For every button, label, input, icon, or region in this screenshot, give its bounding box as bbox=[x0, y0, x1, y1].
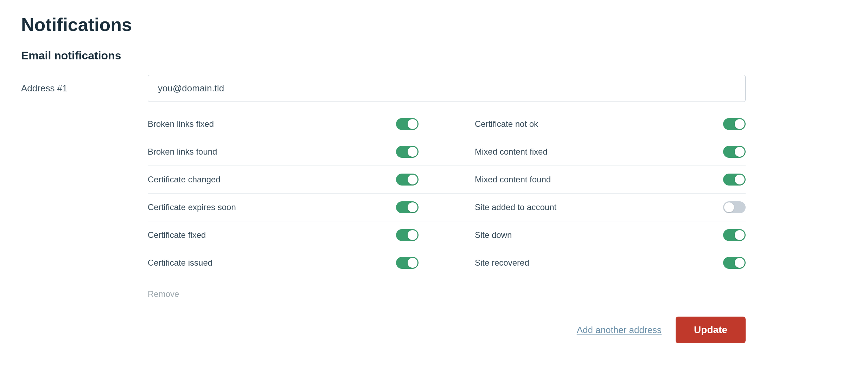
toggle-item: Certificate issued bbox=[148, 249, 447, 277]
toggle-switch[interactable] bbox=[723, 118, 746, 130]
toggle-switch[interactable] bbox=[723, 146, 746, 158]
left-column: Broken links fixedBroken links foundCert… bbox=[148, 110, 447, 277]
right-column: Certificate not okMixed content fixedMix… bbox=[447, 110, 746, 277]
address-label: Address #1 bbox=[21, 83, 148, 94]
toggle-item: Site added to account bbox=[447, 194, 746, 221]
toggle-switch[interactable] bbox=[396, 146, 419, 158]
toggle-item: Mixed content fixed bbox=[447, 138, 746, 166]
footer-row: Add another address Update bbox=[21, 317, 746, 343]
toggle-item: Certificate expires soon bbox=[148, 194, 447, 221]
update-button[interactable]: Update bbox=[676, 317, 746, 343]
toggle-label: Site added to account bbox=[447, 202, 723, 212]
toggle-switch[interactable] bbox=[396, 118, 419, 130]
toggle-label: Site recovered bbox=[447, 258, 723, 268]
toggles-grid: Broken links fixedBroken links foundCert… bbox=[148, 110, 746, 277]
toggle-label: Certificate expires soon bbox=[148, 202, 396, 212]
toggle-item: Site recovered bbox=[447, 249, 746, 277]
toggle-switch[interactable] bbox=[396, 201, 419, 213]
section-title: Email notifications bbox=[21, 49, 847, 62]
toggle-label: Certificate changed bbox=[148, 175, 396, 184]
toggle-label: Certificate issued bbox=[148, 258, 396, 268]
toggle-label: Broken links found bbox=[148, 147, 396, 157]
toggle-label: Certificate not ok bbox=[447, 119, 723, 129]
toggle-label: Certificate fixed bbox=[148, 230, 396, 240]
toggle-switch[interactable] bbox=[723, 229, 746, 241]
toggle-switch[interactable] bbox=[723, 257, 746, 269]
toggles-section: Broken links fixedBroken links foundCert… bbox=[148, 110, 847, 277]
toggle-label: Site down bbox=[447, 230, 723, 240]
toggle-item: Site down bbox=[447, 221, 746, 249]
toggle-switch[interactable] bbox=[723, 201, 746, 213]
toggle-item: Broken links fixed bbox=[148, 110, 447, 138]
page-title: Notifications bbox=[21, 14, 847, 35]
toggle-switch[interactable] bbox=[723, 174, 746, 186]
remove-link[interactable]: Remove bbox=[148, 289, 179, 299]
toggle-label: Broken links fixed bbox=[148, 119, 396, 129]
toggle-switch[interactable] bbox=[396, 229, 419, 241]
toggle-item: Certificate fixed bbox=[148, 221, 447, 249]
toggle-item: Broken links found bbox=[148, 138, 447, 166]
toggle-item: Certificate not ok bbox=[447, 110, 746, 138]
toggle-item: Mixed content found bbox=[447, 166, 746, 194]
toggle-label: Mixed content found bbox=[447, 175, 723, 184]
remove-row: Remove bbox=[148, 282, 847, 299]
toggle-item: Certificate changed bbox=[148, 166, 447, 194]
address-row: Address #1 bbox=[21, 75, 847, 102]
email-input[interactable] bbox=[148, 75, 746, 102]
toggle-label: Mixed content fixed bbox=[447, 147, 723, 157]
toggle-switch[interactable] bbox=[396, 174, 419, 186]
toggle-switch[interactable] bbox=[396, 257, 419, 269]
add-address-link[interactable]: Add another address bbox=[577, 325, 662, 336]
